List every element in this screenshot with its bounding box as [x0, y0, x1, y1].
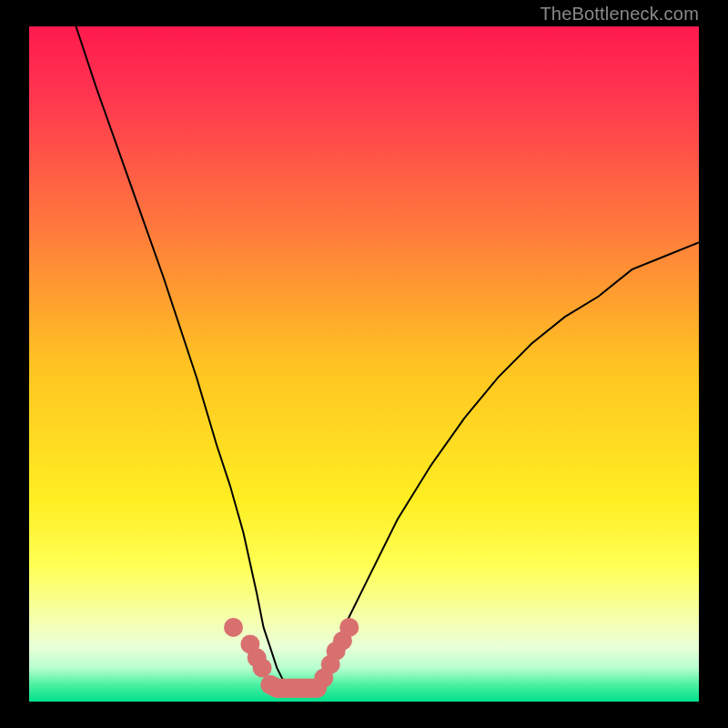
curve-layer [29, 26, 699, 702]
bottleneck-curve [76, 26, 700, 688]
valley-marker-dot [253, 658, 272, 677]
valley-marker-base [270, 685, 318, 689]
plot-area [29, 26, 699, 702]
valley-marker-dot [224, 618, 243, 637]
valley-markers [224, 618, 359, 698]
valley-marker-dot [339, 618, 359, 637]
watermark-text: TheBottleneck.com [540, 4, 699, 25]
